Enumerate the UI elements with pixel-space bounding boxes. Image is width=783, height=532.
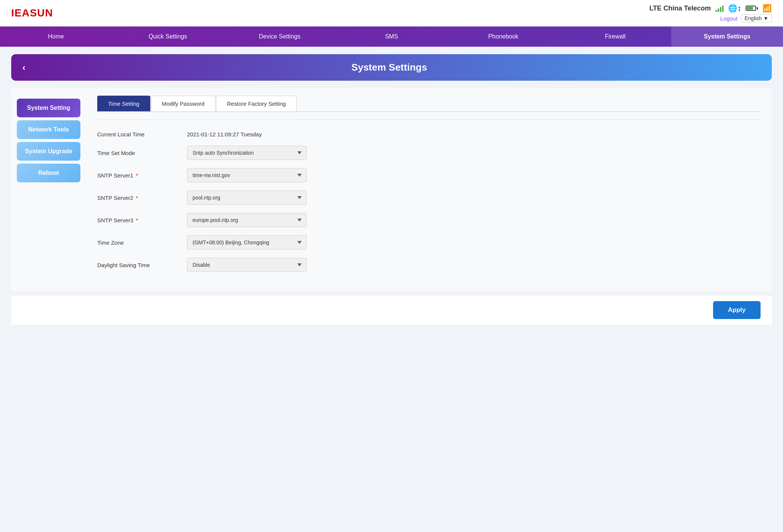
- timezone-select[interactable]: (GMT+08:00) Beijing, Chongqing: [187, 235, 307, 250]
- nav-item-phonebook[interactable]: Phonebook: [448, 27, 559, 47]
- sidebar-item-reboot[interactable]: Reboot: [17, 164, 80, 182]
- main-content: Time Setting Modify Password Restore Fac…: [86, 88, 772, 291]
- divider: [97, 120, 761, 120]
- section-title: System Settings: [33, 62, 746, 73]
- sntp2-select[interactable]: pool.ntp.org: [187, 191, 307, 205]
- header: IEASUN LTE China Telecom 🌐↕ 📶 Logout Eng…: [0, 0, 783, 27]
- sntp3-label: SNTP Server3 *: [97, 217, 179, 223]
- nav-item-sms[interactable]: SMS: [335, 27, 447, 47]
- sidebar-item-system-upgrade[interactable]: System Upgrade: [17, 142, 80, 161]
- sntp1-select[interactable]: time-nw.nist.gov: [187, 168, 307, 182]
- footer-bar: Apply: [11, 295, 772, 325]
- current-time-value: 2021-01-12 11:09:27 Tuesday: [187, 131, 262, 137]
- chevron-down-icon: ▼: [763, 15, 768, 21]
- sntp1-required: *: [134, 172, 138, 179]
- form-row-sntp2: SNTP Server2 * pool.ntp.org: [97, 191, 761, 205]
- battery-icon: [746, 6, 758, 11]
- time-set-mode-label: Time Set Mode: [97, 150, 179, 156]
- logo-text: IEASUN: [11, 7, 53, 19]
- logo: IEASUN: [11, 7, 53, 19]
- form-row-time-set-mode: Time Set Mode Sntp auto Synchronization: [97, 146, 761, 160]
- form-area: Current Local Time 2021-01-12 11:09:27 T…: [97, 127, 761, 284]
- back-button[interactable]: ‹: [22, 62, 25, 73]
- sidebar-item-network-tools[interactable]: Network Tools: [17, 120, 80, 139]
- timezone-label: Time Zone: [97, 239, 179, 246]
- language-selector[interactable]: English ▼: [741, 14, 772, 22]
- tab-modify-password[interactable]: Modify Password: [151, 96, 215, 111]
- header-right: LTE China Telecom 🌐↕ 📶 Logout English ▼: [650, 4, 772, 22]
- form-row-sntp1: SNTP Server1 * time-nw.nist.gov: [97, 168, 761, 182]
- nav-item-device-settings[interactable]: Device Settings: [224, 27, 335, 47]
- nav-item-firewall[interactable]: Firewall: [559, 27, 671, 47]
- sidebar: System Setting Network Tools System Upgr…: [11, 88, 86, 291]
- sntp1-label: SNTP Server1 *: [97, 172, 179, 179]
- sntp2-required: *: [134, 195, 138, 201]
- nav-item-quick-settings[interactable]: Quick Settings: [112, 27, 224, 47]
- sntp3-select[interactable]: europe.pool.ntp.org: [187, 213, 307, 227]
- daylight-select[interactable]: Disable: [187, 258, 307, 272]
- section-header: ‹ System Settings: [11, 54, 772, 81]
- nav-item-system-settings[interactable]: System Settings: [671, 27, 783, 47]
- page-container: ‹ System Settings System Setting Network…: [0, 47, 783, 332]
- tab-time-setting[interactable]: Time Setting: [97, 96, 150, 111]
- carrier-info: LTE China Telecom: [650, 4, 711, 12]
- daylight-label: Daylight Saving Time: [97, 262, 179, 268]
- form-row-current-time: Current Local Time 2021-01-12 11:09:27 T…: [97, 131, 761, 137]
- language-label: English: [744, 15, 762, 21]
- logout-link[interactable]: Logout: [720, 15, 737, 22]
- sidebar-item-system-setting[interactable]: System Setting: [17, 99, 80, 117]
- apply-button[interactable]: Apply: [713, 301, 761, 319]
- signal-bars-icon: [715, 4, 724, 12]
- sntp2-label: SNTP Server2 *: [97, 195, 179, 201]
- top-controls: Logout English ▼: [720, 14, 772, 22]
- current-time-label: Current Local Time: [97, 131, 179, 137]
- content-area: System Setting Network Tools System Upgr…: [11, 88, 772, 291]
- status-bar: LTE China Telecom 🌐↕ 📶: [650, 4, 772, 13]
- tab-restore-factory[interactable]: Restore Factory Setting: [216, 96, 297, 111]
- form-row-sntp3: SNTP Server3 * europe.pool.ntp.org: [97, 213, 761, 227]
- wifi-icon: 📶: [762, 4, 772, 13]
- sntp3-required: *: [134, 217, 138, 223]
- time-set-mode-select[interactable]: Sntp auto Synchronization: [187, 146, 307, 160]
- main-nav: Home Quick Settings Device Settings SMS …: [0, 27, 783, 47]
- form-row-daylight: Daylight Saving Time Disable: [97, 258, 761, 272]
- nav-item-home[interactable]: Home: [0, 27, 112, 47]
- tabs: Time Setting Modify Password Restore Fac…: [97, 96, 761, 112]
- form-row-timezone: Time Zone (GMT+08:00) Beijing, Chongqing: [97, 235, 761, 250]
- globe-icon: 🌐↕: [728, 4, 741, 13]
